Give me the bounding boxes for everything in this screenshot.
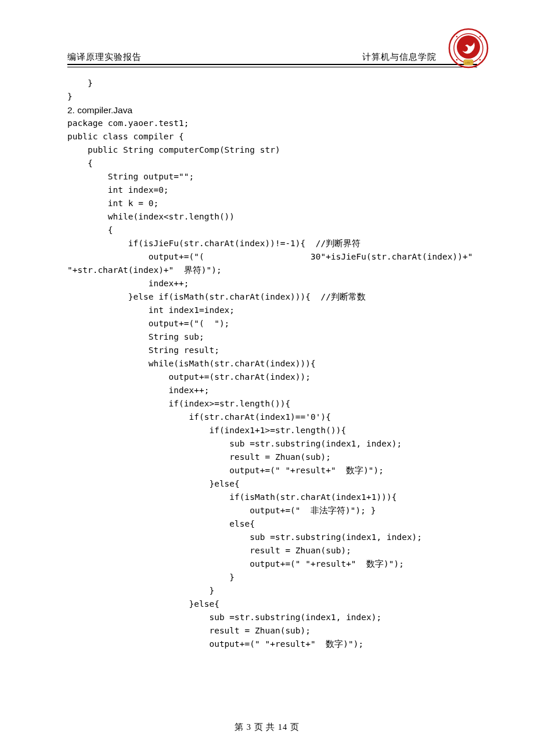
code-line: }else{ — [67, 597, 477, 611]
code-line: } — [67, 584, 477, 597]
code-line: while(isMath(str.charAt(index))){ — [67, 357, 477, 370]
code-line: int index1=index; — [67, 304, 477, 317]
code-line: } — [67, 571, 477, 584]
section-heading: 2. compiler.Java — [67, 103, 477, 117]
code-line: }else if(isMath(str.charAt(index))){ //判… — [67, 290, 477, 304]
code-line: } — [67, 77, 477, 90]
document-body: }}2. compiler.Javapackage com.yaoer.test… — [67, 77, 477, 651]
page-header: 编译原理实验报告 计算机与信息学院 1897 — [67, 45, 477, 64]
code-line: if(isJieFu(str.charAt(index))!=-1){ //判断… — [67, 237, 477, 250]
code-line: int k = 0; — [67, 197, 477, 210]
code-line: { — [67, 157, 477, 170]
code-line: { — [67, 224, 477, 237]
code-line: result = Zhuan(sub); — [67, 624, 477, 638]
svg-point-3 — [462, 46, 468, 52]
svg-point-5 — [456, 36, 458, 38]
code-line: if(index1+1>=str.length()){ — [67, 424, 477, 437]
code-line: sub =str.substring(index1, index); — [67, 437, 477, 451]
code-line: } — [67, 90, 477, 103]
code-line: if(str.charAt(index1)=='0'){ — [67, 411, 477, 424]
code-line: index++; — [67, 277, 477, 290]
code-line: output+=(str.charAt(index)); — [67, 370, 477, 384]
logo-year: 1897 — [465, 60, 473, 64]
code-line: if(index>=str.length()){ — [67, 397, 477, 411]
code-line: sub =str.substring(index1, index); — [67, 531, 477, 544]
code-line: String sub; — [67, 330, 477, 344]
code-line: while(index<str.length()) — [67, 210, 477, 224]
svg-point-7 — [456, 59, 458, 61]
code-line: else{ — [67, 517, 477, 531]
code-line: sub =str.substring(index1, index); — [67, 611, 477, 624]
header-left-text: 编译原理实验报告 — [67, 52, 142, 63]
code-line: result = Zhuan(sub); — [67, 451, 477, 464]
code-line: result = Zhuan(sub); — [67, 544, 477, 557]
code-line: String result; — [67, 344, 477, 357]
code-line: if(isMath(str.charAt(index1+1))){ — [67, 491, 477, 504]
page-footer: 第 3 页 共 14 页 — [0, 722, 534, 733]
code-line: }else{ — [67, 477, 477, 491]
code-line: public String computerComp(String str) — [67, 143, 477, 157]
header-right-text: 计算机与信息学院 — [362, 52, 436, 63]
code-line: index++; — [67, 384, 477, 397]
code-line: output+=(" "+result+" 数字)"); — [67, 464, 477, 477]
code-line: output+=("( 30"+isJieFu(str.charAt(index… — [67, 250, 477, 264]
svg-point-8 — [479, 59, 481, 61]
code-line: output+=(" "+result+" 数字)"); — [67, 638, 477, 651]
code-line: int index=0; — [67, 183, 477, 197]
code-line: String output=""; — [67, 170, 477, 183]
university-seal-icon: 1897 — [448, 28, 489, 71]
code-line: output+=(" "+result+" 数字)"); — [67, 557, 477, 571]
svg-point-6 — [479, 36, 481, 38]
header-divider — [67, 64, 477, 67]
code-line: output+=(" 非法字符)"); } — [67, 504, 477, 517]
page-number: 第 3 页 共 14 页 — [234, 722, 300, 732]
code-line: public class compiler { — [67, 130, 477, 143]
code-line: output+=("( "); — [67, 317, 477, 330]
code-line: "+str.charAt(index)+" 界符)"); — [67, 264, 477, 277]
code-line: package com.yaoer.test1; — [67, 117, 477, 130]
